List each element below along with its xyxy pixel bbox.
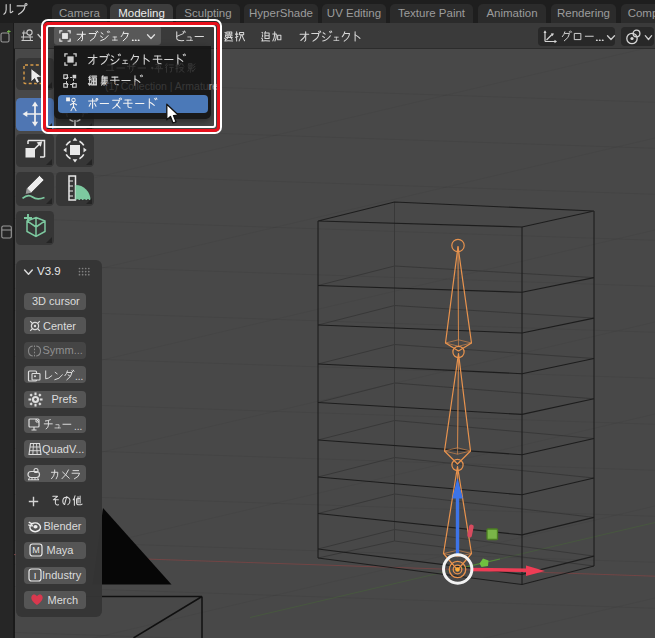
svg-text:M: M (32, 546, 40, 556)
svg-text:I: I (33, 570, 36, 581)
